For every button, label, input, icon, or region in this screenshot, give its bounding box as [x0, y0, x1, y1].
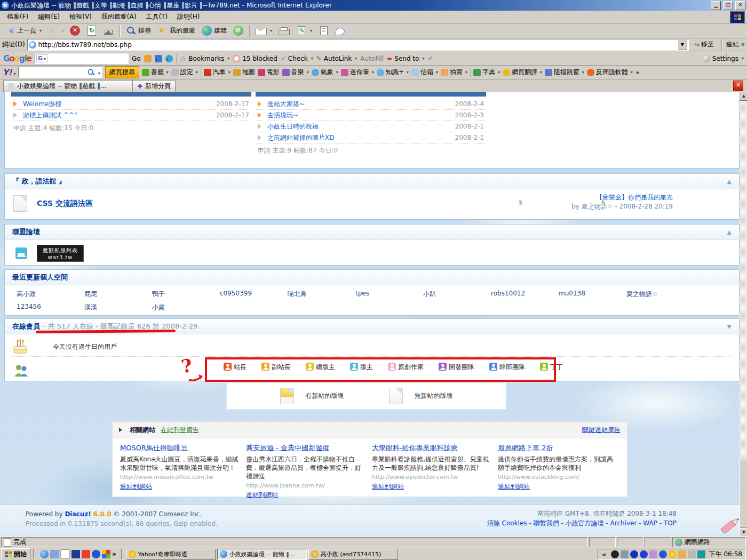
search-button[interactable]: 搜尋 — [123, 25, 154, 37]
user-link[interactable]: 漢漢 — [84, 303, 152, 312]
address-input[interactable]: e http://bbs.tw789.net/bbs.php ▼ — [27, 39, 689, 51]
close-button[interactable]: ✕ — [735, 1, 745, 10]
quicktime-icon[interactable] — [92, 550, 100, 558]
footer-link-archiver[interactable]: Archiver — [610, 519, 637, 527]
menu-file[interactable]: 檔案(F) — [2, 11, 33, 23]
thread-link[interactable]: Welome游標 — [23, 100, 61, 109]
user-link[interactable]: 高小政 — [17, 290, 84, 299]
thread-link[interactable]: 游標上傳測試 ^^" — [23, 111, 77, 120]
yahoo-mail-button[interactable]: 信箱 — [411, 68, 438, 77]
yahoo-logo[interactable]: Y! — [3, 68, 15, 77]
ime-icon[interactable] — [697, 550, 705, 558]
yahoo-auction-button[interactable]: 拍賣 — [441, 68, 467, 77]
wireless-icon[interactable] — [611, 550, 619, 558]
menu-edit[interactable]: 編輯(E) — [33, 11, 65, 23]
thread-link[interactable]: 之前網站被抓的圖片XD — [267, 133, 334, 142]
ad-title-link[interactable]: MOSOR馬仕得咖啡豆 — [120, 443, 239, 453]
favorites-button[interactable]: 我的最愛 — [155, 25, 198, 37]
tab-new[interactable]: ✚ 新增分頁 — [132, 80, 176, 92]
yahoo-popup-block-button[interactable]: 阻擋跳窗 — [545, 68, 584, 77]
google-settings-button[interactable]: Settings — [703, 55, 744, 62]
edit-with-button[interactable] — [293, 25, 315, 37]
yahoo-music-button[interactable]: 音樂 — [282, 68, 309, 77]
footer-link-contact[interactable]: 聯繫我們 — [534, 519, 559, 527]
footer-link-wap[interactable]: WAP — [643, 519, 657, 527]
ie-quicklaunch-icon[interactable] — [40, 550, 49, 558]
yahoo-antispy-button[interactable]: 反間諜軟體 — [587, 68, 633, 77]
yahoo-overflow-button[interactable]: » — [635, 69, 639, 76]
footer-link-official[interactable]: 小政官方論壇 — [566, 519, 604, 527]
highlighter-icon[interactable]: ✐ — [427, 55, 433, 62]
address-dropdown-button[interactable]: ▼ — [678, 39, 687, 50]
document-button[interactable] — [316, 25, 332, 37]
scroll-top-pencil-icon[interactable] — [717, 516, 743, 534]
tray-pointer-icon[interactable] — [659, 550, 667, 558]
user-link[interactable]: 小露 — [152, 303, 220, 312]
yahoo-cars-button[interactable]: 汽車 — [204, 68, 231, 77]
network-icon[interactable] — [621, 550, 629, 558]
vertical-scrollbar[interactable]: ▲ ▼ — [740, 92, 747, 536]
google-comment-icon[interactable] — [165, 55, 173, 62]
collapse-chevron-icon[interactable]: ▲ — [727, 229, 732, 236]
alliance-banner-image[interactable]: 魔獸私服列表 war3.tw — [37, 245, 84, 262]
task-button-ie-forum[interactable]: 小政娛樂論壇 -- 寵物 ‖... — [217, 549, 307, 560]
yahoo-settings-button[interactable]: 設定 — [171, 68, 198, 77]
ad-title-link[interactable]: 喬安旅遊 - 金典中國新遊蹤 — [246, 443, 364, 453]
explorer-icon[interactable] — [50, 550, 59, 558]
thread-link[interactable]: 小政生日時的祝福 — [267, 122, 319, 131]
user-link[interactable]: 夏之物語☆ — [626, 290, 694, 299]
scrollbar-thumb[interactable] — [740, 460, 747, 527]
stop-button[interactable] — [67, 25, 83, 37]
tray-smiley-icon[interactable] — [669, 550, 677, 558]
tray-a-icon[interactable] — [630, 550, 638, 558]
google-g-icon[interactable]: G — [36, 54, 47, 62]
task-button-yahoo-messenger[interactable]: Yahoo!奇摩即時通 — [126, 549, 216, 560]
thread-link[interactable]: 去清境玩~ — [267, 111, 298, 120]
tray-i-icon[interactable] — [640, 550, 648, 558]
notepad-icon[interactable] — [60, 549, 70, 559]
yahoo-bookmark-button[interactable]: 書籤 — [142, 68, 169, 77]
user-link[interactable]: c0950399 — [220, 290, 288, 299]
home-link-icon[interactable] — [15, 247, 27, 259]
discuss-button[interactable] — [333, 25, 347, 36]
msn-icon[interactable] — [71, 550, 80, 558]
user-link[interactable]: 屁屁 — [84, 290, 152, 299]
menu-help[interactable]: 說明(H) — [172, 11, 204, 23]
yahoo-dictionary-button[interactable]: 字典 — [473, 68, 500, 77]
links-button[interactable]: 連結 » — [726, 40, 745, 49]
yahoo-websearch-button[interactable]: 網頁搜尋 — [105, 66, 139, 78]
user-link[interactable]: robs10012 — [491, 290, 559, 299]
google-autolink-button[interactable]: ✎AutoLink — [316, 55, 357, 62]
google-news-icon[interactable] — [144, 55, 152, 62]
back-button[interactable]: 上一頁 — [2, 25, 44, 37]
user-link[interactable]: 鴨子 — [152, 290, 220, 299]
user-link[interactable]: mu0138 — [559, 290, 626, 299]
post-ad-link[interactable]: 在此刊登廣告 — [161, 426, 199, 435]
google-go-button[interactable]: Go — [132, 55, 141, 62]
quick-launch-overflow[interactable]: » — [112, 550, 116, 558]
ad-title-link[interactable]: 大學眼科-給你專業眼科診療 — [372, 443, 490, 453]
keyword-ads-link[interactable]: 關鍵連結廣告 — [582, 426, 621, 435]
ad-visit-link[interactable]: 連結到網站 — [120, 483, 152, 490]
menu-favorites[interactable]: 我的最愛(A) — [97, 11, 141, 23]
go-button[interactable]: ↪移至 — [691, 39, 717, 50]
minimize-button[interactable]: ▁ — [711, 1, 721, 10]
print-button[interactable] — [276, 25, 292, 36]
user-link[interactable]: 小趴 — [423, 290, 491, 299]
volume-icon[interactable]: ◄ — [601, 550, 609, 558]
thread-link[interactable]: 送給大家搭~ — [267, 100, 305, 109]
mail-button[interactable] — [253, 25, 275, 36]
history-button[interactable] — [231, 25, 246, 37]
forward-button[interactable] — [45, 25, 66, 37]
google-popup-blocker-button[interactable]: 15 blocked — [233, 55, 277, 62]
user-link[interactable]: 123456 — [17, 303, 84, 312]
yahoo-knowledge-button[interactable]: 知識+ — [377, 68, 409, 77]
collapse-chevron-icon[interactable]: ▲ — [727, 178, 732, 185]
footer-link-top[interactable]: TOP — [664, 519, 677, 527]
collapse-chevron-icon[interactable]: ▼ — [727, 323, 732, 330]
menu-tools[interactable]: 工具(T) — [141, 11, 172, 23]
yahoo-translate-button[interactable]: 網頁翻譯 — [503, 68, 542, 77]
yahoo-search-input[interactable] — [18, 67, 102, 78]
yahoo-minipen-button[interactable]: 迷你筆 — [341, 68, 374, 77]
yahoo-weather-button[interactable]: 氣象 — [312, 68, 338, 77]
